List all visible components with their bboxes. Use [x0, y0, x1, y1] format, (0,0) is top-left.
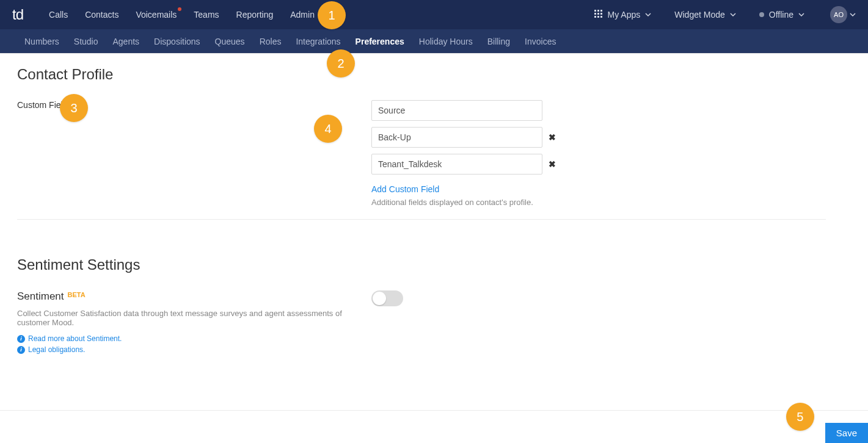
- remove-field-icon[interactable]: ✖: [549, 159, 556, 169]
- status-dot-icon: [759, 12, 764, 17]
- subnav-item-holiday-hours[interactable]: Holiday Hours: [412, 29, 480, 54]
- sentiment-toggle[interactable]: [371, 290, 403, 306]
- subnav-item-agents[interactable]: Agents: [106, 29, 147, 54]
- topnav-left: Calls Contacts Voicemails Teams Reportin…: [40, 0, 323, 29]
- subnav-item-preferences[interactable]: Preferences: [348, 29, 412, 54]
- add-custom-field-link[interactable]: Add Custom Field: [371, 184, 439, 194]
- notification-dot-icon: [178, 7, 181, 11]
- callout-badge-3: 3: [60, 94, 88, 122]
- chevron-down-icon: [850, 12, 856, 18]
- info-icon: i: [17, 346, 25, 354]
- user-menu[interactable]: AO: [818, 6, 861, 23]
- custom-field-row: ✖: [371, 154, 689, 175]
- custom-field-row: ✖: [371, 127, 689, 148]
- svg-rect-6: [594, 16, 596, 18]
- chevron-down-icon: [798, 12, 804, 18]
- callout-badge-2: 2: [327, 49, 355, 77]
- sentiment-settings-title: Sentiment Settings: [17, 256, 826, 273]
- subnav-item-billing[interactable]: Billing: [480, 29, 517, 54]
- contact-profile-title: Contact Profile: [17, 66, 826, 83]
- sentiment-row: Sentiment BETA Collect Customer Satisfac…: [17, 290, 826, 366]
- subnav-item-invoices[interactable]: Invoices: [517, 29, 563, 54]
- sentiment-description: Collect Customer Satisfaction data throu…: [17, 309, 371, 327]
- save-button[interactable]: Save: [825, 423, 868, 443]
- svg-rect-3: [594, 13, 596, 15]
- my-apps-dropdown[interactable]: My Apps: [585, 10, 662, 20]
- beta-badge: BETA: [68, 291, 86, 298]
- nav-contacts[interactable]: Contacts: [76, 0, 127, 29]
- callout-badge-4: 4: [314, 115, 342, 143]
- legal-obligations-link[interactable]: i Legal obligations.: [17, 345, 371, 354]
- custom-field-helper: Additional fields displayed on contact's…: [371, 198, 689, 207]
- remove-field-icon[interactable]: ✖: [549, 132, 556, 142]
- top-navbar: td Calls Contacts Voicemails Teams Repor…: [0, 0, 868, 29]
- toggle-knob: [373, 292, 386, 305]
- svg-rect-0: [594, 10, 596, 12]
- sentiment-label: Sentiment: [17, 290, 64, 303]
- main-content: 1 2 3 4 Contact Profile Custom Fields ✖✖…: [0, 54, 843, 443]
- custom-fields-inputs: ✖✖Add Custom FieldAdditional fields disp…: [371, 100, 689, 207]
- widget-mode-dropdown[interactable]: Widget Mode: [665, 10, 745, 20]
- subnav-item-dispositions[interactable]: Dispositions: [147, 29, 207, 54]
- info-icon: i: [17, 335, 25, 343]
- topnav-right: My Apps Widget Mode Offline AO: [585, 6, 861, 23]
- svg-rect-1: [597, 10, 599, 12]
- sentiment-toggle-col: [371, 290, 689, 306]
- sub-navbar: NumbersStudioAgentsDispositionsQueuesRol…: [0, 29, 868, 54]
- svg-rect-8: [600, 16, 602, 18]
- read-more-sentiment-link[interactable]: i Read more about Sentiment.: [17, 334, 371, 343]
- my-apps-label: My Apps: [608, 10, 641, 20]
- custom-fields-row: Custom Fields ✖✖Add Custom FieldAddition…: [17, 100, 826, 219]
- nav-admin[interactable]: Admin: [282, 0, 323, 29]
- custom-field-input[interactable]: [371, 100, 542, 121]
- subnav-item-studio[interactable]: Studio: [67, 29, 106, 54]
- svg-rect-5: [600, 13, 602, 15]
- svg-rect-7: [597, 16, 599, 18]
- status-dropdown[interactable]: Offline: [749, 10, 814, 20]
- logo: td: [12, 6, 23, 23]
- chevron-down-icon: [730, 12, 736, 18]
- divider: [17, 219, 826, 220]
- custom-field-input[interactable]: [371, 127, 542, 148]
- callout-badge-1: 1: [318, 1, 346, 29]
- subnav-item-numbers[interactable]: Numbers: [17, 29, 67, 54]
- callout-badge-5: 5: [786, 403, 814, 431]
- subnav-item-queues[interactable]: Queues: [208, 29, 252, 54]
- apps-grid-icon: [594, 10, 603, 20]
- subnav-item-roles[interactable]: Roles: [252, 29, 289, 54]
- footer-bar: 5 Save: [0, 410, 868, 443]
- custom-field-input[interactable]: [371, 154, 542, 175]
- svg-rect-4: [597, 13, 599, 15]
- svg-rect-2: [600, 10, 602, 12]
- nav-voicemails[interactable]: Voicemails: [127, 0, 185, 29]
- status-label: Offline: [769, 10, 793, 20]
- custom-field-row: [371, 100, 689, 121]
- sentiment-label-col: Sentiment BETA Collect Customer Satisfac…: [17, 290, 371, 354]
- nav-calls[interactable]: Calls: [40, 0, 76, 29]
- nav-reporting[interactable]: Reporting: [228, 0, 282, 29]
- avatar: AO: [830, 6, 847, 23]
- widget-mode-label: Widget Mode: [674, 10, 724, 20]
- nav-teams[interactable]: Teams: [185, 0, 227, 29]
- chevron-down-icon: [645, 12, 651, 18]
